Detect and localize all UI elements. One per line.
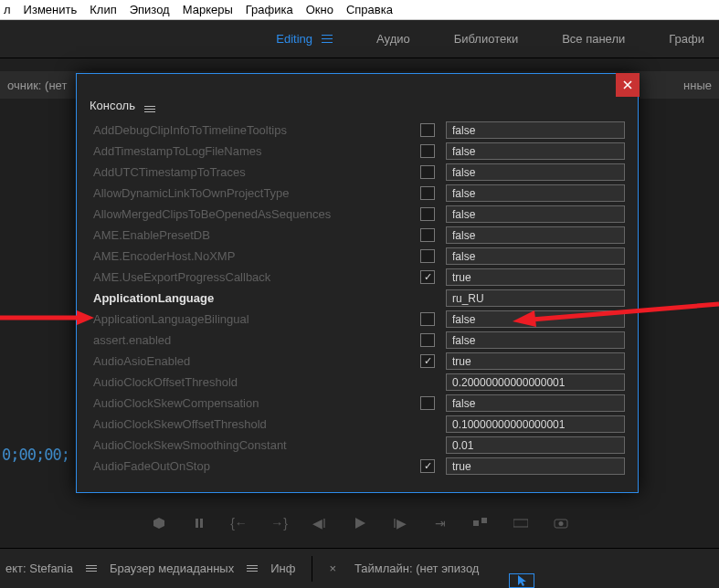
console-list[interactable]: AddDebugClipInfoToTimelineTooltipsfalseA… [77,120,638,477]
console-row: AME.EnablePresetDBfalse [90,225,625,246]
project-menu-icon[interactable] [86,565,97,572]
console-row: AME.EncoderHost.NoXMPfalse [90,246,625,267]
setting-checkbox[interactable]: ✓ [420,459,435,473]
svg-rect-9 [513,520,528,527]
bottom-panel-bar: ект: Stefania Браузер медиаданных Инф × … [0,548,719,588]
marker-in-icon[interactable] [152,516,166,530]
setting-key: AddUTCTimestampToTraces [90,165,409,179]
setting-value[interactable]: false [446,310,625,328]
next-icon[interactable]: ⇥ [433,516,448,530]
timeline-tab[interactable]: Таймлайн: (нет эпизод [354,562,479,575]
setting-key: AllowMergedClipsToBeOpenedAsSequences [90,207,409,221]
setting-value[interactable]: false [446,163,625,181]
setting-value[interactable]: 0.20000000000000001 [446,373,625,391]
console-row: AudioFadeOutOnStop✓true [90,456,625,477]
play-icon[interactable] [353,516,367,530]
setting-key: assert.enabled [90,333,409,347]
media-browser-menu-icon[interactable] [247,565,258,572]
setting-key: AddDebugClipInfoToTimelineTooltips [90,123,409,137]
setting-key: AddTimestampToLogFileNames [90,144,409,158]
menu-help[interactable]: Справка [346,3,393,16]
setting-checkbox[interactable] [420,249,435,263]
setting-checkbox[interactable]: ✓ [420,270,435,284]
setting-value[interactable]: 0.01 [446,436,625,454]
setting-value[interactable]: false [446,142,625,160]
setting-checkbox[interactable] [420,165,435,179]
console-row: AddTimestampToLogFileNamesfalse [90,141,625,162]
menu-episode[interactable]: Эпизод [130,3,170,16]
setting-value[interactable]: false [446,394,625,412]
goto-out-icon[interactable]: →} [272,516,287,530]
setting-value[interactable]: ru_RU [446,289,625,307]
setting-checkbox[interactable] [420,312,435,326]
workspace-tab-editing[interactable]: Editing [276,32,333,46]
setting-key: AudioAsioEnabled [90,354,409,368]
setting-value[interactable]: false [446,331,625,349]
console-row: AllowMergedClipsToBeOpenedAsSequencesfal… [90,204,625,225]
setting-value[interactable]: false [446,205,625,223]
setting-value[interactable]: 0.10000000000000001 [446,415,625,433]
setting-key: AudioClockSkewCompensation [90,396,409,410]
menu-edit[interactable]: Изменить [24,3,78,16]
close-button[interactable] [616,73,640,97]
setting-value[interactable]: false [446,247,625,265]
right-panel-label: нные [683,79,712,92]
setting-checkbox[interactable] [420,186,435,200]
step-back-icon[interactable]: ◀I [312,516,327,530]
menu-partial[interactable]: л [4,3,11,16]
step-forward-icon[interactable]: I▶ [393,516,407,530]
setting-key: AME.EnablePresetDB [90,228,409,242]
export-frame-icon[interactable] [554,516,568,530]
menu-clip[interactable]: Клип [90,3,116,16]
console-row: AudioClockSkewSmoothingConstant0.01 [90,435,625,456]
workspace-tab-graphics[interactable]: Графи [669,32,704,46]
hamburger-icon[interactable] [322,35,333,43]
console-menu-icon[interactable] [144,106,155,112]
setting-checkbox[interactable] [420,207,435,221]
setting-key: AudioClockOffsetThreshold [90,375,409,389]
media-browser-tab[interactable]: Браузер медиаданных [110,562,234,575]
console-row: AddDebugClipInfoToTimelineTooltipsfalse [90,120,625,141]
setting-checkbox[interactable] [420,144,435,158]
console-row: ApplicationLanguageBilingualfalse [90,309,625,330]
setting-value[interactable]: true [446,352,625,370]
setting-value[interactable]: true [446,457,625,475]
selection-icon[interactable] [509,573,534,588]
setting-checkbox[interactable] [420,228,435,242]
svg-marker-12 [518,575,526,586]
svg-marker-6 [355,518,365,529]
setting-checkbox[interactable] [420,123,435,137]
setting-value[interactable]: true [446,268,625,286]
setting-checkbox[interactable] [420,333,435,347]
goto-in-icon[interactable]: {← [232,516,247,530]
menu-markers[interactable]: Маркеры [183,3,233,16]
menu-graphics[interactable]: Графика [246,3,293,16]
workspace-tab-libraries[interactable]: Библиотеки [454,32,518,46]
project-tab[interactable]: ект: Stefania [5,562,73,575]
console-row: AddUTCTimestampToTracesfalse [90,162,625,183]
timecode: 0;00;00; [2,446,69,464]
setting-value[interactable]: false [446,121,625,139]
setting-key: ApplicationLanguageBilingual [90,312,409,326]
setting-checkbox[interactable] [420,396,435,410]
svg-rect-8 [481,518,487,523]
marker-out-icon[interactable] [192,516,206,530]
setting-key: AudioClockSkewOffsetThreshold [90,417,409,431]
setting-value[interactable]: false [446,184,625,202]
svg-rect-4 [196,519,198,528]
overwrite-icon[interactable] [513,516,528,530]
console-title: Консоль [90,99,135,112]
setting-value[interactable]: false [446,226,625,244]
workspace-tab-audio[interactable]: Аудио [376,32,410,46]
setting-key: AudioClockSkewSmoothingConstant [90,438,409,452]
menu-window[interactable]: Окно [306,3,333,16]
info-tab[interactable]: Инф [270,562,295,575]
setting-checkbox[interactable]: ✓ [420,354,435,368]
close-tab-icon[interactable]: × [329,562,336,575]
close-icon [623,80,632,89]
workspace-tab-all-panels[interactable]: Все панели [562,32,625,46]
console-row: AllowDynamicLinkToOwnProjectTypefalse [90,183,625,204]
svg-rect-7 [473,520,479,526]
insert-icon[interactable] [473,516,488,530]
setting-key: AME.UseExportProgressCallback [90,270,409,284]
